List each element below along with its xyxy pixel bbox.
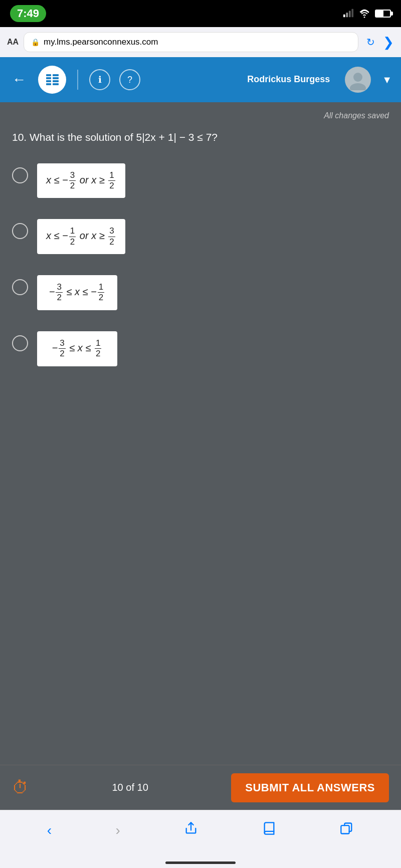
toolbar-divider	[77, 70, 78, 90]
question-text: 10. What is the solution of 5|2x + 1| − …	[12, 129, 389, 145]
browser-url-bar[interactable]: 🔒 my.lms.pearsonconnexus.com	[24, 32, 358, 52]
progress-text: 10 of 10	[41, 782, 219, 793]
tabs-button[interactable]	[335, 816, 359, 844]
answer-option-a[interactable]: x ≤ −32 or x ≥ 12	[12, 163, 389, 198]
math-box-d[interactable]: −32 ≤ x ≤ 12	[37, 331, 117, 366]
app-toolbar: ← ℹ ? Rodrickus Burgess ▼	[0, 57, 401, 102]
math-box-a[interactable]: x ≤ −32 or x ≥ 12	[37, 163, 125, 198]
info-icon: ℹ	[98, 74, 102, 85]
timer-icon[interactable]: ⏱	[12, 778, 29, 797]
svg-rect-3	[351, 9, 353, 18]
list-icon	[45, 72, 60, 87]
help-icon: ?	[127, 75, 132, 85]
user-info: Rodrickus Burgess	[247, 74, 330, 85]
saved-text: All changes saved	[12, 111, 389, 120]
svg-rect-5	[46, 74, 51, 76]
svg-rect-10	[53, 77, 59, 79]
info-button[interactable]: ℹ	[89, 69, 110, 90]
browser-forward-button[interactable]: ›	[111, 817, 125, 843]
browser-nav: ‹ ›	[0, 810, 401, 850]
reload-button[interactable]: ↻	[363, 36, 378, 48]
avatar-icon	[347, 69, 368, 90]
svg-rect-6	[46, 77, 51, 79]
svg-rect-12	[53, 83, 59, 85]
bottom-bar: ⏱ 10 of 10 SUBMIT ALL ANSWERS	[0, 765, 401, 810]
status-time: 7:49	[10, 5, 46, 22]
book-icon	[262, 821, 276, 835]
answer-option-d[interactable]: −32 ≤ x ≤ 12	[12, 331, 389, 366]
svg-point-13	[353, 73, 362, 82]
radio-d[interactable]	[12, 335, 28, 351]
svg-rect-9	[53, 74, 59, 76]
svg-point-4	[364, 17, 365, 18]
radio-a[interactable]	[12, 167, 28, 183]
browser-aa-button[interactable]: AA	[7, 38, 19, 47]
home-bar	[165, 861, 236, 864]
user-avatar[interactable]	[345, 67, 371, 93]
back-button[interactable]: ←	[9, 69, 29, 91]
answer-option-b[interactable]: x ≤ −12 or x ≥ 32	[12, 219, 389, 254]
browser-back-button[interactable]: ‹	[42, 817, 57, 843]
lock-icon: 🔒	[31, 38, 40, 46]
svg-rect-1	[346, 13, 348, 17]
url-text: my.lms.pearsonconnexus.com	[44, 37, 158, 47]
content-spacer	[0, 576, 401, 765]
svg-rect-16	[341, 825, 349, 833]
share-icon	[184, 821, 198, 835]
content-area: All changes saved 10. What is the soluti…	[0, 102, 401, 576]
dropdown-icon[interactable]: ▼	[382, 74, 392, 86]
svg-rect-7	[46, 80, 51, 82]
submit-button[interactable]: SUBMIT ALL ANSWERS	[231, 773, 389, 802]
status-icons	[343, 8, 391, 19]
help-button[interactable]: ?	[119, 69, 140, 90]
svg-rect-8	[46, 83, 51, 85]
battery-icon	[375, 10, 391, 18]
radio-b[interactable]	[12, 223, 28, 239]
math-box-b[interactable]: x ≤ −12 or x ≥ 32	[37, 219, 125, 254]
radio-c[interactable]	[12, 279, 28, 295]
math-expr-c: −32 ≤ x ≤ −12	[49, 282, 106, 303]
home-indicator	[0, 850, 401, 868]
tabs-icon	[340, 821, 354, 835]
svg-rect-11	[53, 80, 59, 82]
wifi-icon	[359, 8, 370, 19]
chevron-right-icon[interactable]: ❯	[383, 35, 394, 50]
status-bar: 7:49	[0, 0, 401, 27]
user-name: Rodrickus Burgess	[247, 74, 330, 85]
bookmarks-button[interactable]	[257, 816, 281, 844]
browser-bar: AA 🔒 my.lms.pearsonconnexus.com ↻ ❯	[0, 27, 401, 57]
answer-option-c[interactable]: −32 ≤ x ≤ −12	[12, 275, 389, 310]
svg-rect-0	[343, 15, 345, 18]
quiz-list-button[interactable]	[38, 66, 66, 94]
math-expr-b: x ≤ −12 or x ≥ 32	[46, 226, 116, 247]
svg-rect-2	[349, 11, 351, 18]
share-button[interactable]	[179, 816, 203, 844]
svg-point-14	[350, 83, 366, 90]
math-expr-d: −32 ≤ x ≤ 12	[52, 338, 103, 359]
math-expr-a: x ≤ −32 or x ≥ 12	[46, 170, 116, 191]
signal-icon	[343, 8, 354, 19]
math-box-c[interactable]: −32 ≤ x ≤ −12	[37, 275, 117, 310]
